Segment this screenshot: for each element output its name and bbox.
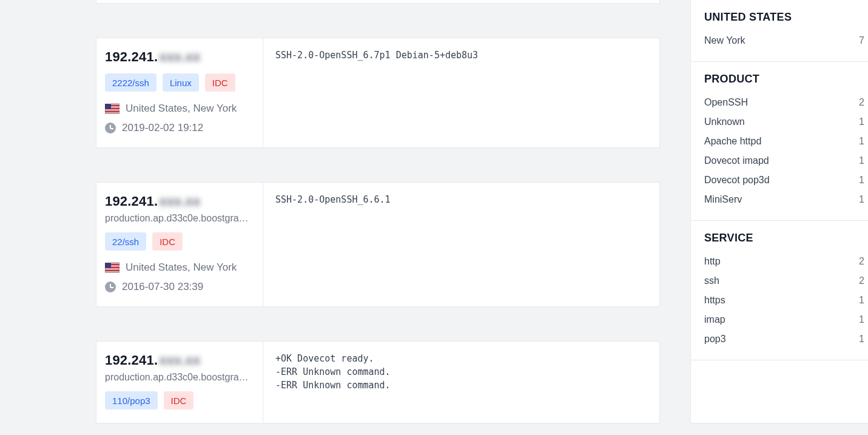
facet-label: http: [704, 256, 721, 267]
facet-count: 1: [859, 314, 864, 325]
results-list: 192.241.xxx.xx2222/sshLinuxIDCUnited Sta…: [96, 0, 660, 423]
location-row: United States, New York: [105, 261, 254, 274]
hostname[interactable]: production.ap.d33c0e.boostgram…: [105, 372, 254, 383]
banner-text: SSH-2.0-OpenSSH_6.6.1: [263, 183, 659, 306]
tag-list: 22/sshIDC: [105, 232, 254, 251]
tag[interactable]: 2222/ssh: [105, 73, 156, 92]
flag-icon: [105, 104, 119, 113]
facet-count: 1: [859, 295, 864, 306]
facet-count: 1: [859, 194, 864, 205]
tag[interactable]: IDC: [164, 391, 194, 410]
facet-count: 1: [859, 116, 864, 127]
facet-label: Apache httpd: [704, 136, 761, 147]
tag-list: 110/pop3IDC: [105, 391, 254, 410]
banner-text: +OK Dovecot ready. -ERR Unknown command.…: [263, 342, 659, 423]
result-meta: 192.241.xxx.xxproduction.ap.d33c0e.boost…: [96, 342, 263, 423]
ip-suffix-redacted: xxx.xx: [159, 352, 201, 368]
facet-count: 2: [859, 97, 864, 108]
facet-row[interactable]: Unknown1: [704, 112, 864, 132]
result-card: 192.241.xxx.xx2222/sshLinuxIDCUnited Sta…: [96, 38, 660, 148]
timestamp-row: 2016-07-30 23:39: [105, 281, 254, 293]
facet-row[interactable]: pop31: [704, 329, 864, 349]
facet-row[interactable]: https1: [704, 291, 864, 310]
facet-count: 2: [859, 275, 864, 286]
facet-row[interactable]: MiniServ1: [704, 190, 864, 209]
facet-label: ssh: [704, 275, 719, 286]
facet-row[interactable]: Dovecot pop3d1: [704, 170, 864, 190]
ip-prefix: 192.241.: [105, 352, 158, 368]
facet-row[interactable]: imap1: [704, 310, 864, 329]
clock-icon: [105, 282, 116, 292]
banner-text: SSH-2.0-OpenSSH_6.7p1 Debian-5+deb8u3: [263, 38, 659, 147]
tag[interactable]: 110/pop3: [105, 391, 158, 410]
location-text: United States, New York: [126, 261, 237, 274]
facet-label: Dovecot imapd: [704, 155, 769, 166]
facet-label: OpenSSH: [704, 97, 748, 108]
ip-prefix: 192.241.: [105, 49, 158, 65]
tag[interactable]: IDC: [205, 73, 235, 92]
result-meta: 192.241.xxx.xxproduction.ap.d33c0e.boost…: [96, 183, 263, 306]
hostname[interactable]: production.ap.d33c0e.boostgram…: [105, 213, 254, 224]
facet-section: SERVICEhttp2ssh2https1imap1pop31: [691, 221, 868, 360]
facet-count: 7: [859, 35, 864, 46]
facet-count: 1: [859, 334, 864, 345]
facet-section: PRODUCTOpenSSH2Unknown1Apache httpd1Dove…: [691, 62, 868, 221]
facet-count: 1: [859, 136, 864, 147]
facet-row[interactable]: OpenSSH2: [704, 93, 864, 112]
facet-label: MiniServ: [704, 194, 742, 205]
facet-row[interactable]: http2: [704, 252, 864, 271]
tag[interactable]: 22/ssh: [105, 232, 146, 251]
ip-suffix-redacted: xxx.xx: [159, 49, 201, 65]
facet-label: imap: [704, 314, 725, 325]
timestamp-text: 2016-07-30 23:39: [122, 281, 203, 293]
flag-icon: [105, 263, 119, 272]
result-meta: 192.241.xxx.xx2222/sshLinuxIDCUnited Sta…: [96, 38, 263, 147]
facet-title: SERVICE: [704, 232, 864, 244]
ip-address[interactable]: 192.241.xxx.xx: [105, 194, 254, 209]
clock-icon: [105, 123, 116, 133]
facet-label: New York: [704, 35, 745, 46]
facet-sidebar: UNITED STATESNew York7PRODUCTOpenSSH2Unk…: [690, 0, 868, 423]
tag[interactable]: Linux: [163, 73, 199, 92]
result-card-stub: [96, 0, 660, 4]
facet-row[interactable]: Apache httpd1: [704, 132, 864, 151]
ip-address[interactable]: 192.241.xxx.xx: [105, 49, 254, 65]
facet-row[interactable]: Dovecot imapd1: [704, 151, 864, 170]
facet-title: UNITED STATES: [704, 11, 864, 24]
timestamp-row: 2019-02-02 19:12: [105, 122, 254, 134]
facet-label: Dovecot pop3d: [704, 175, 770, 186]
location-text: United States, New York: [126, 103, 237, 115]
location-row: United States, New York: [105, 103, 254, 115]
facet-label: pop3: [704, 334, 726, 345]
result-card: 192.241.xxx.xxproduction.ap.d33c0e.boost…: [96, 182, 660, 307]
facet-title: PRODUCT: [704, 73, 864, 86]
tag[interactable]: IDC: [152, 232, 183, 251]
ip-address[interactable]: 192.241.xxx.xx: [105, 352, 254, 368]
timestamp-text: 2019-02-02 19:12: [122, 122, 203, 134]
facet-label: https: [704, 295, 725, 306]
facet-row[interactable]: New York7: [704, 31, 864, 50]
facet-section: UNITED STATESNew York7: [691, 0, 868, 62]
result-card: 192.241.xxx.xxproduction.ap.d33c0e.boost…: [96, 341, 660, 423]
ip-prefix: 192.241.: [105, 194, 158, 209]
facet-count: 1: [859, 175, 864, 186]
ip-suffix-redacted: xxx.xx: [159, 194, 201, 209]
tag-list: 2222/sshLinuxIDC: [105, 73, 254, 92]
facet-count: 1: [859, 155, 864, 166]
facet-row[interactable]: ssh2: [704, 271, 864, 291]
facet-count: 2: [859, 256, 864, 267]
facet-label: Unknown: [704, 116, 745, 127]
